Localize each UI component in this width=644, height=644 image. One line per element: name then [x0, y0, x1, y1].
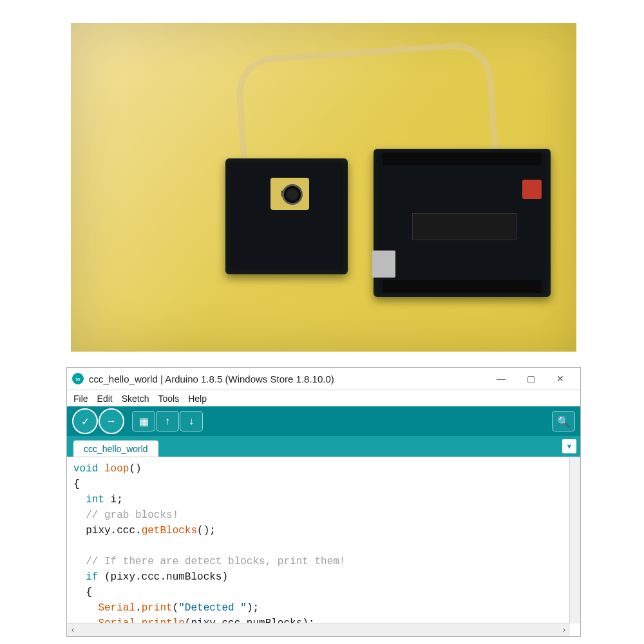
- title-bar[interactable]: ∞ ccc_hello_world | Arduino 1.8.5 (Windo…: [67, 368, 580, 390]
- code-text: i;: [104, 494, 123, 506]
- save-sketch-button[interactable]: ↓: [180, 411, 203, 431]
- scroll-left-icon[interactable]: ‹: [67, 625, 79, 634]
- open-sketch-button[interactable]: ↑: [156, 411, 179, 431]
- menu-bar: File Edit Sketch Tools Help: [67, 390, 580, 406]
- upload-button[interactable]: →: [99, 408, 124, 434]
- mcu-chip: [412, 213, 516, 240]
- code-text: (): [129, 463, 141, 475]
- menu-help[interactable]: Help: [188, 393, 207, 404]
- code-fn: getBlocks: [142, 525, 197, 536]
- maximize-button[interactable]: ▢: [516, 370, 545, 387]
- code-kw: void: [73, 463, 98, 475]
- window-title: ccc_hello_world | Arduino 1.8.5 (Windows…: [89, 374, 486, 384]
- pixy-camera-board: PIXY: [225, 158, 348, 274]
- red-led: [522, 180, 542, 199]
- hardware-photo: PIXY: [71, 23, 576, 352]
- code-kw: if: [86, 571, 98, 583]
- code-fn: print: [142, 602, 173, 614]
- menu-sketch[interactable]: Sketch: [122, 393, 149, 404]
- scroll-track[interactable]: [79, 623, 558, 636]
- usb-port: [372, 251, 395, 278]
- arduino-ide-window: ∞ ccc_hello_world | Arduino 1.8.5 (Windo…: [66, 367, 581, 637]
- pin-headers-bottom: [383, 280, 542, 293]
- code-text: {: [86, 587, 92, 598]
- editor-area: void loop() { int i; // grab blocks! pix…: [67, 457, 580, 636]
- serial-monitor-button[interactable]: 🔍: [552, 411, 575, 431]
- tab-ccc-hello-world[interactable]: ccc_hello_world: [73, 440, 158, 457]
- vertical-scrollbar[interactable]: [569, 457, 580, 623]
- minimize-button[interactable]: —: [486, 370, 516, 387]
- code-obj: Serial: [98, 602, 135, 614]
- code-text: (: [173, 602, 179, 614]
- close-button[interactable]: ✕: [545, 370, 575, 387]
- new-sketch-button[interactable]: ▦: [132, 411, 155, 431]
- code-text: );: [247, 602, 259, 614]
- code-editor[interactable]: void loop() { int i; // grab blocks! pix…: [67, 457, 570, 623]
- code-fn: loop: [104, 463, 129, 475]
- menu-tools[interactable]: Tools: [158, 393, 180, 404]
- code-string: "Detected ": [178, 602, 247, 614]
- code-text: {: [73, 478, 80, 490]
- scroll-right-icon[interactable]: ›: [558, 625, 570, 634]
- code-text: .: [135, 602, 142, 614]
- camera-lens-icon: [282, 184, 303, 205]
- verify-button[interactable]: ✓: [72, 408, 98, 434]
- code-comment: // grab blocks!: [86, 509, 178, 521]
- arduino-logo-icon: ∞: [72, 373, 84, 384]
- tab-dropdown-icon[interactable]: ▼: [562, 439, 576, 453]
- code-type: int: [86, 494, 104, 506]
- code-text: (pixy.ccc.numBlocks): [98, 571, 228, 583]
- code-text: ();: [197, 525, 216, 536]
- horizontal-scrollbar[interactable]: ‹ ›: [67, 623, 570, 636]
- menu-edit[interactable]: Edit: [97, 393, 113, 404]
- toolbar: ✓ → ▦ ↑ ↓ 🔍: [67, 406, 580, 436]
- arduino-board: [374, 149, 551, 297]
- pin-headers-top: [383, 153, 542, 166]
- code-comment: // If there are detect blocks, print the…: [86, 556, 345, 567]
- code-text: pixy.ccc.: [86, 525, 141, 536]
- menu-file[interactable]: File: [73, 393, 88, 404]
- tab-strip: ccc_hello_world ▼: [67, 436, 580, 457]
